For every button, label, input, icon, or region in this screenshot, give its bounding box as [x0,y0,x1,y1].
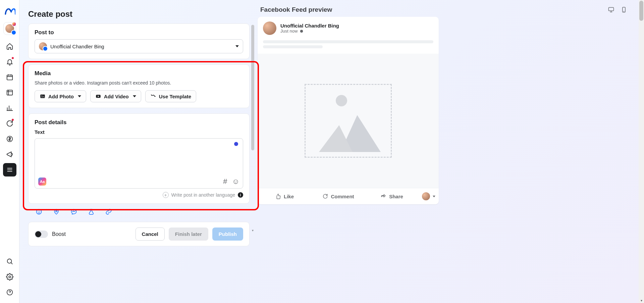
media-heading: Media [35,70,243,77]
composer: ▾ Post to Unofficial Chandler Bing Media… [28,23,250,246]
media-card: Media Share photos or a video. Instagram… [28,64,250,108]
post-to-card: Post to Unofficial Chandler Bing [28,23,250,59]
preview-author: Unofficial Chandler Bing [280,23,339,29]
svg-rect-13 [609,7,614,11]
preview-share-as[interactable] [419,188,439,204]
text-label: Text [35,129,243,135]
nav-ads[interactable] [3,148,16,161]
preview-share-label: Share [389,194,403,199]
placeholder-sun-icon [336,95,347,106]
finish-later-button[interactable]: Finish later [169,228,208,241]
composer-footer: Boost Cancel Finish later Publish [28,222,250,246]
messenger-icon[interactable] [69,207,78,216]
instagram-badge-icon [12,22,16,27]
text-background-icon[interactable]: Aa [38,178,46,186]
scrollbar-down-arrow-icon[interactable]: ▾ [251,228,254,232]
hashtag-icon[interactable]: # [223,178,227,185]
like-icon [275,193,281,199]
use-template-label: Use Template [159,94,191,99]
chevron-down-icon [78,95,81,97]
media-help-text: Share photos or a video. Instagram posts… [35,80,243,86]
preview-comment-button[interactable]: Comment [311,188,365,204]
nav-monetization[interactable] [3,132,16,146]
ai-suggestion-icon[interactable] [234,142,238,146]
add-photo-button[interactable]: Add Photo [35,90,86,102]
nav-planner[interactable] [3,70,16,84]
svg-rect-1 [7,90,12,95]
svg-point-15 [624,11,624,12]
post-to-selected: Unofficial Chandler Bing [50,44,232,49]
write-another-language[interactable]: Write post in another language [171,192,235,198]
share-icon [380,193,386,199]
desktop-preview-icon[interactable] [608,6,614,13]
emoji-icon[interactable]: ☺ [232,178,239,185]
preview-mini-avatar [422,192,430,200]
cancel-button[interactable]: Cancel [136,228,165,241]
composer-scrollbar[interactable]: ▾ [251,25,254,228]
preview-column: Facebook Feed preview Unofficial Chandle… [258,3,630,204]
preview-text-skeleton [258,40,439,54]
photo-icon [40,93,46,99]
template-icon [150,93,156,99]
chevron-down-icon [235,45,239,47]
scrollbar-thumb[interactable] [639,1,643,21]
boost-toggle[interactable] [35,231,48,238]
feeling-icon[interactable] [34,207,44,216]
svg-point-7 [42,95,42,96]
scrollbar-thumb[interactable] [251,25,254,150]
add-video-label: Add Video [104,94,129,99]
post-details-card: Post details Text Aa # ☺ + [28,113,250,204]
post-to-heading: Post to [35,29,243,36]
mobile-preview-icon[interactable] [621,6,627,13]
nav-notifications[interactable] [3,55,16,68]
nav-home[interactable] [3,40,16,53]
facebook-badge-icon [11,30,16,35]
post-details-heading: Post details [35,119,243,126]
location-icon[interactable] [52,207,61,216]
link-icon[interactable] [104,207,113,216]
ab-test-icon[interactable] [87,207,96,216]
add-language-icon[interactable]: + [163,192,169,198]
svg-rect-0 [7,75,12,80]
add-video-button[interactable]: Add Video [90,90,141,102]
post-to-selector[interactable]: Unofficial Chandler Bing [35,39,243,53]
nav-search[interactable] [3,255,16,268]
nav-settings[interactable] [3,270,16,284]
chevron-down-icon [433,196,435,197]
preview-like-button[interactable]: Like [258,188,311,204]
preview-comment-label: Comment [331,194,354,199]
use-template-button[interactable]: Use Template [145,90,196,102]
page-scrollbar[interactable]: ▴ ▾ [639,0,644,303]
scrollbar-down-arrow-icon[interactable]: ▾ [639,298,644,303]
nav-content[interactable] [3,86,16,99]
page-avatar [39,42,47,50]
preview-time: Just now [280,29,298,34]
svg-point-4 [9,276,11,278]
nav-help[interactable] [3,286,16,299]
svg-point-12 [56,210,57,212]
info-icon[interactable]: i [238,192,243,198]
preview-media-placeholder [258,54,439,188]
video-icon [95,93,101,99]
svg-point-9 [37,209,42,214]
nav-all-tools[interactable] [3,163,16,176]
boost-label: Boost [52,231,66,237]
placeholder-mountain-icon [319,125,353,152]
svg-point-10 [38,211,38,211]
page-title: Create post [28,9,250,19]
chevron-down-icon [133,95,136,97]
post-text-input[interactable]: Aa # ☺ [35,138,243,189]
nav-insights[interactable] [3,101,16,115]
svg-point-11 [40,211,40,211]
page: Create post ▾ Post to Unofficial Chandle… [19,0,639,303]
account-switcher[interactable] [3,22,16,35]
publish-button[interactable]: Publish [212,228,243,241]
nav-inbox[interactable] [3,117,16,130]
meta-logo-icon[interactable] [4,6,15,17]
preview-share-button[interactable]: Share [365,188,419,204]
preview-card: Unofficial Chandler Bing Just now [258,17,439,204]
preview-avatar [263,21,276,35]
svg-point-3 [7,259,11,263]
preview-heading: Facebook Feed preview [260,6,332,13]
comment-icon [322,193,328,199]
